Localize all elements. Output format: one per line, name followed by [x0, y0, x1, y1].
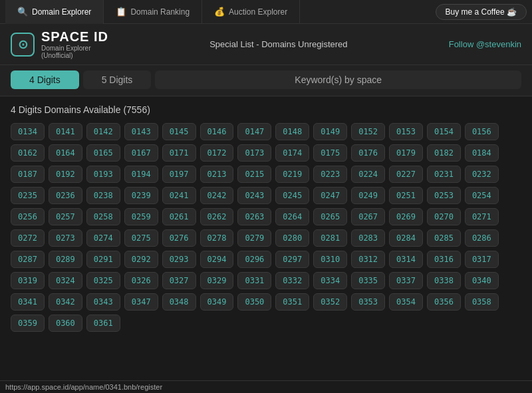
domain-tag[interactable]: 0275 — [124, 229, 158, 247]
domain-tag[interactable]: 0280 — [275, 229, 309, 247]
domain-tag[interactable]: 0238 — [86, 187, 120, 204]
domain-tag[interactable]: 0340 — [465, 272, 499, 289]
domain-tag[interactable]: 0245 — [275, 187, 309, 204]
domain-tag[interactable]: 0349 — [200, 293, 234, 311]
domain-tag[interactable]: 0353 — [351, 293, 385, 311]
domain-tag[interactable]: 0350 — [237, 293, 271, 311]
domain-tag[interactable]: 0231 — [427, 166, 461, 183]
domain-tag[interactable]: 0359 — [11, 315, 45, 332]
domain-tag[interactable]: 0310 — [313, 251, 347, 268]
domain-tag[interactable]: 0256 — [11, 208, 45, 225]
domain-tag[interactable]: 0187 — [11, 166, 45, 183]
filter-tab-4digits[interactable]: 4 Digits — [11, 70, 79, 89]
domain-tag[interactable]: 0194 — [124, 166, 158, 183]
domain-tag[interactable]: 0272 — [11, 229, 45, 247]
domain-tag[interactable]: 0291 — [86, 251, 120, 268]
domain-tag[interactable]: 0146 — [200, 123, 234, 140]
domain-tag[interactable]: 0182 — [427, 144, 461, 162]
domain-tag[interactable]: 0283 — [351, 229, 385, 247]
domain-tag[interactable]: 0267 — [351, 208, 385, 225]
domain-tag[interactable]: 0179 — [389, 144, 423, 162]
domain-tag[interactable]: 0165 — [86, 144, 120, 162]
domain-tag[interactable]: 0263 — [237, 208, 271, 225]
domain-tag[interactable]: 0297 — [275, 251, 309, 268]
domain-tag[interactable]: 0239 — [124, 187, 158, 204]
nav-tab-domain-ranking[interactable]: 📋 Domain Ranking — [104, 0, 202, 24]
domain-tag[interactable]: 0269 — [389, 208, 423, 225]
domain-tag[interactable]: 0276 — [162, 229, 196, 247]
domain-tag[interactable]: 0259 — [124, 208, 158, 225]
domain-tag[interactable]: 0278 — [200, 229, 234, 247]
domain-tag[interactable]: 0223 — [313, 166, 347, 183]
domain-tag[interactable]: 0142 — [86, 123, 120, 140]
domain-tag[interactable]: 0197 — [162, 166, 196, 183]
domain-tag[interactable]: 0148 — [275, 123, 309, 140]
domain-tag[interactable]: 0213 — [200, 166, 234, 183]
domain-tag[interactable]: 0273 — [49, 229, 82, 247]
domain-tag[interactable]: 0348 — [162, 293, 196, 311]
domain-tag[interactable]: 0326 — [124, 272, 158, 289]
domain-tag[interactable]: 0254 — [465, 187, 499, 204]
domain-tag[interactable]: 0316 — [427, 251, 461, 268]
domain-tag[interactable]: 0249 — [351, 187, 385, 204]
domain-tag[interactable]: 0332 — [275, 272, 309, 289]
domain-tag[interactable]: 0154 — [427, 123, 461, 140]
filter-tab-keyword[interactable]: Keyword(s) by space — [155, 70, 521, 89]
nav-tab-domain-explorer[interactable]: 🔍 Domain Explorer — [5, 0, 104, 24]
domain-tag[interactable]: 0342 — [49, 293, 82, 311]
domain-tag[interactable]: 0251 — [389, 187, 423, 204]
domain-tag[interactable]: 0293 — [162, 251, 196, 268]
domain-tag[interactable]: 0270 — [427, 208, 461, 225]
domain-tag[interactable]: 0247 — [313, 187, 347, 204]
domain-tag[interactable]: 0156 — [465, 123, 499, 140]
domain-tag[interactable]: 0219 — [275, 166, 309, 183]
domain-tag[interactable]: 0317 — [465, 251, 499, 268]
domain-tag[interactable]: 0262 — [200, 208, 234, 225]
domain-tag[interactable]: 0274 — [86, 229, 120, 247]
domain-tag[interactable]: 0215 — [237, 166, 271, 183]
domain-tag[interactable]: 0319 — [11, 272, 45, 289]
domain-tag[interactable]: 0325 — [86, 272, 120, 289]
domain-tag[interactable]: 0164 — [49, 144, 82, 162]
filter-tab-5digits[interactable]: 5 Digits — [83, 70, 152, 89]
domain-tag[interactable]: 0264 — [275, 208, 309, 225]
domain-tag[interactable]: 0341 — [11, 293, 45, 311]
domain-tag[interactable]: 0193 — [86, 166, 120, 183]
domain-tag[interactable]: 0167 — [124, 144, 158, 162]
domain-tag[interactable]: 0292 — [124, 251, 158, 268]
follow-link[interactable]: Follow @stevenkin — [449, 39, 521, 49]
domain-tag[interactable]: 0235 — [11, 187, 45, 204]
domain-tag[interactable]: 0227 — [389, 166, 423, 183]
domain-tag[interactable]: 0284 — [389, 229, 423, 247]
domain-tag[interactable]: 0265 — [313, 208, 347, 225]
domain-tag[interactable]: 0258 — [86, 208, 120, 225]
domain-tag[interactable]: 0287 — [11, 251, 45, 268]
domain-tag[interactable]: 0314 — [389, 251, 423, 268]
domain-tag[interactable]: 0286 — [465, 229, 499, 247]
domain-tag[interactable]: 0327 — [162, 272, 196, 289]
domain-tag[interactable]: 0331 — [237, 272, 271, 289]
domain-tag[interactable]: 0162 — [11, 144, 45, 162]
domain-tag[interactable]: 0147 — [237, 123, 271, 140]
domain-tag[interactable]: 0351 — [275, 293, 309, 311]
domain-tag[interactable]: 0145 — [162, 123, 196, 140]
domain-tag[interactable]: 0337 — [389, 272, 423, 289]
domain-tag[interactable]: 0356 — [427, 293, 461, 311]
domain-tag[interactable]: 0242 — [200, 187, 234, 204]
domain-tag[interactable]: 0358 — [465, 293, 499, 311]
domain-tag[interactable]: 0232 — [465, 166, 499, 183]
domain-tag[interactable]: 0360 — [49, 315, 82, 332]
domain-tag[interactable]: 0324 — [49, 272, 82, 289]
domain-tag[interactable]: 0241 — [162, 187, 196, 204]
domain-tag[interactable]: 0312 — [351, 251, 385, 268]
domain-tag[interactable]: 0281 — [313, 229, 347, 247]
domain-tag[interactable]: 0343 — [86, 293, 120, 311]
domain-tag[interactable]: 0173 — [237, 144, 271, 162]
domain-tag[interactable]: 0236 — [49, 187, 82, 204]
domain-tag[interactable]: 0172 — [200, 144, 234, 162]
domain-tag[interactable]: 0329 — [200, 272, 234, 289]
domain-tag[interactable]: 0176 — [351, 144, 385, 162]
buy-coffee-button[interactable]: Buy me a Coffee ☕ — [436, 4, 527, 20]
domain-tag[interactable]: 0184 — [465, 144, 499, 162]
domain-tag[interactable]: 0271 — [465, 208, 499, 225]
